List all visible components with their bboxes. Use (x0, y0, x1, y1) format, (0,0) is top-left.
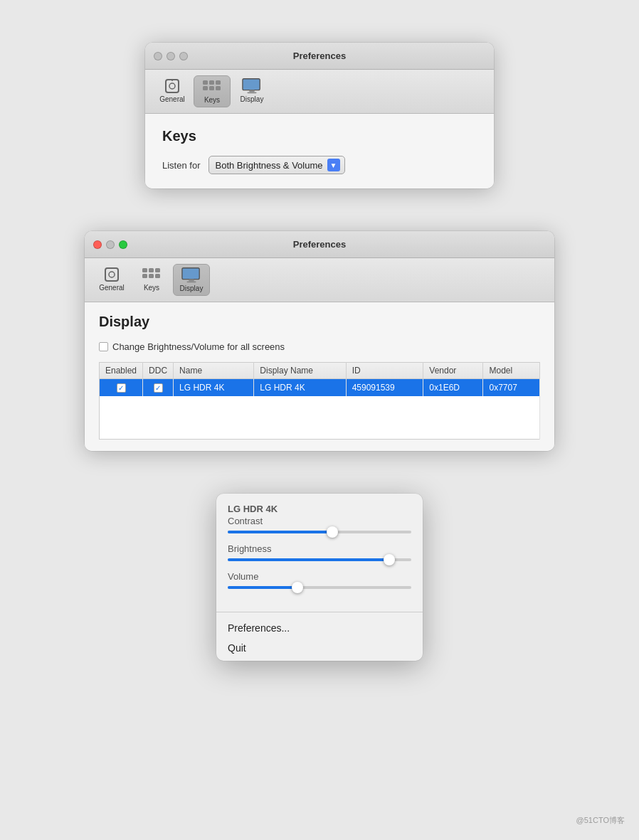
brightness-checkbox[interactable] (99, 342, 108, 351)
contrast-slider-row: Contrast (228, 516, 411, 533)
keys-content: Keys Listen for Both Brightness & Volume… (145, 114, 494, 188)
display-preferences-window: Preferences General (85, 231, 554, 451)
table-header-row: Enabled DDC Name Display Name ID Vendor … (100, 363, 540, 379)
keys-icon (202, 79, 222, 95)
dropdown-chevron: ▼ (327, 159, 340, 171)
svg-point-13 (109, 272, 115, 277)
svg-rect-3 (203, 80, 208, 85)
toolbar-general-btn[interactable]: General (154, 75, 191, 107)
title-bar-2: Preferences (85, 231, 554, 258)
col-vendor: Vendor (423, 363, 483, 379)
display-btn-label-1: Display (241, 95, 264, 103)
col-name: Name (174, 363, 254, 379)
keys-section-title: Keys (162, 128, 477, 144)
brightness-track[interactable] (228, 558, 411, 561)
col-ddc: DDC (143, 363, 174, 379)
svg-rect-15 (149, 268, 154, 272)
svg-rect-19 (155, 274, 160, 278)
svg-rect-11 (247, 92, 256, 93)
general-icon-2 (102, 267, 122, 282)
minimize-button-2[interactable] (106, 240, 115, 249)
name-cell: LG HDR 4K (174, 379, 254, 397)
svg-rect-16 (155, 268, 160, 272)
preferences-menu-item[interactable]: Preferences... (216, 618, 423, 638)
contrast-track[interactable] (228, 531, 411, 533)
display-icon-1 (242, 78, 262, 94)
col-model: Model (483, 363, 540, 379)
maximize-button-1[interactable] (179, 52, 188, 60)
close-button-2[interactable] (93, 240, 102, 249)
minimize-button-1[interactable] (167, 52, 175, 60)
quit-menu-item[interactable]: Quit (216, 638, 423, 658)
svg-rect-14 (142, 268, 147, 272)
listen-dropdown[interactable]: Both Brightness & Volume ▼ (208, 156, 344, 174)
popup-content: LG HDR 4K Contrast Brightness Volume (216, 494, 423, 609)
col-enabled: Enabled (100, 363, 143, 379)
keys-label-2: Keys (144, 284, 159, 292)
display-section-title: Display (99, 314, 540, 330)
display-content: Display Change Brightness/Volume for all… (85, 302, 554, 451)
window-title-1: Preferences (293, 50, 346, 61)
displays-table: Enabled DDC Name Display Name ID Vendor … (99, 362, 540, 440)
general-btn-label: General (159, 95, 185, 103)
popup-menu: LG HDR 4K Contrast Brightness Volume P (216, 494, 423, 661)
toolbar-display-btn-2[interactable]: Display (173, 264, 210, 296)
col-display-name: Display Name (254, 363, 346, 379)
traffic-lights-2 (93, 240, 127, 249)
svg-rect-9 (243, 79, 260, 90)
model-cell: 0x7707 (483, 379, 540, 397)
keys-preferences-window: Preferences General (145, 43, 494, 188)
svg-rect-22 (186, 281, 196, 282)
window-title-2: Preferences (293, 239, 346, 250)
general-icon (162, 78, 182, 94)
popup-device-title: LG HDR 4K (228, 504, 411, 514)
table-row[interactable]: ✓ ✓ LG HDR 4K LG HDR 4K 459091539 0x1E6D… (100, 379, 540, 397)
svg-rect-21 (189, 280, 194, 282)
toolbar-general-btn-2[interactable]: General (93, 264, 130, 296)
brightness-checkbox-row: Change Brightness/Volume for all screens (99, 341, 540, 352)
toolbar-2: General Keys (85, 258, 554, 302)
maximize-button-2[interactable] (119, 240, 127, 249)
display-icon-2 (181, 267, 201, 283)
brightness-thumb[interactable] (384, 554, 395, 565)
brightness-slider-row: Brightness (228, 543, 411, 561)
ddc-checkbox[interactable]: ✓ (154, 383, 163, 393)
listen-label: Listen for (162, 160, 200, 171)
volume-thumb[interactable] (292, 582, 303, 593)
popup-menu-items: Preferences... Quit (216, 615, 423, 661)
enabled-checkbox[interactable]: ✓ (117, 383, 126, 393)
watermark: @51CTO博客 (576, 815, 625, 826)
svg-point-1 (169, 83, 175, 89)
traffic-lights-1 (154, 52, 188, 60)
keys-btn-label: Keys (204, 96, 220, 104)
svg-rect-17 (142, 274, 147, 278)
toolbar-keys-btn[interactable]: Keys (194, 75, 231, 107)
col-id: ID (346, 363, 423, 379)
listen-row: Listen for Both Brightness & Volume ▼ (162, 156, 477, 174)
enabled-cell: ✓ (100, 379, 143, 397)
general-label-2: General (99, 284, 125, 292)
svg-rect-5 (216, 80, 221, 85)
contrast-fill (228, 531, 332, 533)
svg-rect-8 (216, 86, 221, 90)
toolbar-display-btn-1[interactable]: Display (233, 75, 270, 107)
keys-icon-2 (142, 267, 162, 282)
close-button-1[interactable] (154, 52, 162, 60)
svg-rect-12 (105, 268, 118, 281)
svg-rect-18 (149, 274, 154, 278)
svg-rect-0 (166, 80, 179, 92)
volume-track[interactable] (228, 586, 411, 589)
display-name-cell: LG HDR 4K (254, 379, 346, 397)
svg-rect-20 (182, 268, 199, 280)
brightness-label: Brightness (228, 543, 411, 554)
volume-label: Volume (228, 571, 411, 582)
vendor-cell: 0x1E6D (423, 379, 483, 397)
contrast-thumb[interactable] (327, 526, 338, 538)
svg-rect-7 (209, 86, 214, 90)
ddc-cell: ✓ (143, 379, 174, 397)
title-bar-1: Preferences (145, 43, 494, 70)
popup-divider (216, 612, 423, 612)
toolbar-keys-btn-2[interactable]: Keys (133, 264, 170, 296)
svg-rect-4 (209, 80, 214, 85)
brightness-checkbox-label: Change Brightness/Volume for all screens (112, 341, 285, 352)
